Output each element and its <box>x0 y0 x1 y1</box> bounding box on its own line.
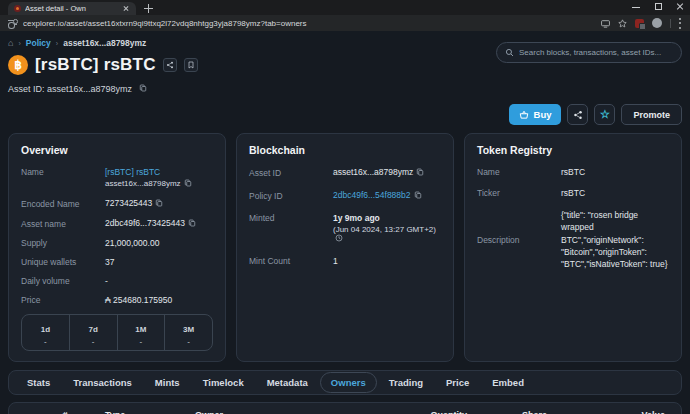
copy-icon[interactable] <box>139 84 147 94</box>
ticker-value: rsBTC <box>561 188 669 198</box>
window-close-icon[interactable] <box>676 2 684 10</box>
asset-id-text: Asset ID: asset16x...a8798ymz <box>8 84 132 94</box>
overview-card: Overview Name [rsBTC] rsBTC asset16x...a… <box>8 133 226 362</box>
favorite-star-button[interactable]: ☆ <box>594 104 615 125</box>
blockchain-card: Blockchain Asset ID asset16x...a8798ymz … <box>236 133 454 362</box>
copy-icon[interactable] <box>184 179 192 189</box>
new-tab-button[interactable] <box>144 4 153 13</box>
extension-icon[interactable] <box>635 19 644 28</box>
minted-label: Minted <box>249 213 333 223</box>
tab-stats[interactable]: Stats <box>16 372 61 393</box>
tab-title: Asset detail - Own <box>25 4 118 13</box>
site-settings-icon[interactable] <box>8 19 17 27</box>
window-minimize-icon[interactable] <box>632 2 640 10</box>
copy-icon[interactable] <box>416 168 424 178</box>
mint-count-label: Mint Count <box>249 256 333 266</box>
col-share: Share <box>467 410 547 414</box>
search-icon <box>505 48 514 57</box>
chevron-right-icon: › <box>56 40 58 47</box>
asset-name-label: Asset name <box>21 219 105 229</box>
col-value: Value <box>547 410 665 414</box>
price-periods: 1d- 7d- 1M- 3M- <box>21 314 213 351</box>
tab-price[interactable]: Price <box>435 372 480 393</box>
col-index: # <box>25 410 105 414</box>
site-favicon <box>14 5 21 12</box>
share-nodes-icon <box>166 61 174 69</box>
send-to-device-icon[interactable] <box>601 19 610 28</box>
tab-close-icon[interactable] <box>122 5 130 13</box>
name-label: Name <box>21 167 105 177</box>
copy-icon[interactable] <box>188 219 196 229</box>
description-value: {"title": "rosen bridge wrapped BTC","or… <box>561 209 669 271</box>
asset-name-link[interactable]: [rsBTC] rsBTC <box>105 167 160 177</box>
share-nodes-icon <box>573 110 583 120</box>
period-7d[interactable]: 7d- <box>69 315 117 350</box>
tab-mints[interactable]: Mints <box>144 372 191 393</box>
minted-relative: 1y 9mo ago <box>333 213 380 223</box>
search-input[interactable] <box>519 48 673 57</box>
description-label: Description <box>477 235 561 245</box>
copy-icon[interactable] <box>414 191 422 201</box>
tab-timelock[interactable]: Timelock <box>192 372 255 393</box>
price-label: Price <box>21 295 105 305</box>
divider <box>670 19 671 28</box>
buy-button-label: Buy <box>534 109 552 120</box>
tab-embed[interactable]: Embed <box>481 372 535 393</box>
registry-name-value: rsBTC <box>561 167 669 177</box>
tab-owners[interactable]: Owners <box>320 372 377 393</box>
url-text[interactable]: cexplorer.io/asset/asset16xtxrn9qi9ttxq2… <box>23 19 595 28</box>
supply-value: 21,000,000.00 <box>105 238 213 248</box>
tab-trading[interactable]: Trading <box>378 372 434 393</box>
owners-table: # Type Owner Quantity Share Value 1 SH a… <box>8 402 682 414</box>
daily-volume-label: Daily volume <box>21 276 105 286</box>
token-registry-card: Token Registry Name rsBTC Ticker rsBTC D… <box>464 133 682 362</box>
search-box[interactable] <box>496 42 682 63</box>
period-1d[interactable]: 1d- <box>22 315 69 350</box>
share-asset-button[interactable] <box>567 104 588 125</box>
profile-avatar[interactable] <box>652 18 662 28</box>
window-maximize-icon[interactable] <box>654 2 662 10</box>
page-content: ⌂ › Policy › asset16x...a8798ymz ฿ [rsBT… <box>0 31 690 414</box>
unique-wallets-value: 37 <box>105 257 213 267</box>
detail-tabs: Stats Transactions Mints Timelock Metada… <box>8 370 682 395</box>
col-owner: Owner <box>195 410 357 414</box>
card-title: Blockchain <box>249 144 441 156</box>
col-type: Type <box>105 410 195 414</box>
browser-urlbar[interactable]: cexplorer.io/asset/asset16xtxrn9qi9ttxq2… <box>0 15 690 31</box>
browser-menu-icon[interactable] <box>679 18 682 29</box>
bookmark-star-icon[interactable] <box>618 19 627 28</box>
price-value: ₳ 254680.175950 <box>105 295 213 305</box>
card-title: Token Registry <box>477 144 669 156</box>
blockchain-asset-id-label: Asset ID <box>249 168 333 178</box>
ticker-label: Ticker <box>477 188 561 198</box>
breadcrumb-asset: asset16x...a8798ymz <box>63 38 146 48</box>
page-title: [rsBTC] rsBTC <box>35 55 156 75</box>
bookmark-icon <box>187 61 195 69</box>
promote-button[interactable]: Promote <box>621 104 682 125</box>
buy-button[interactable]: Buy <box>509 104 562 125</box>
asset-name-value: 2dbc49f6...73425443 <box>105 218 185 228</box>
mint-count-value: 1 <box>333 256 441 266</box>
period-3m[interactable]: 3M- <box>164 315 212 350</box>
encoded-name-value: 7273425443 <box>105 198 152 208</box>
minted-date: (Jun 04 2024, 13:27 GMT+2) <box>333 225 436 234</box>
browser-tab[interactable]: Asset detail - Own <box>8 2 136 15</box>
policy-id-label: Policy ID <box>249 191 333 201</box>
unique-wallets-label: Unique wallets <box>21 257 105 267</box>
card-title: Overview <box>21 144 213 156</box>
copy-icon[interactable] <box>155 199 163 209</box>
tab-metadata[interactable]: Metadata <box>256 372 319 393</box>
daily-volume-value: - <box>105 276 213 286</box>
share-button[interactable] <box>163 58 177 72</box>
bookmark-button[interactable] <box>184 58 198 72</box>
basket-icon <box>519 110 529 120</box>
policy-id-link[interactable]: 2dbc49f6...54f888b2 <box>333 190 411 200</box>
bitcoin-icon: ฿ <box>8 55 28 75</box>
chevron-right-icon: › <box>18 40 20 47</box>
asset-id-short: asset16x...a8798ymz <box>105 179 181 188</box>
tab-transactions[interactable]: Transactions <box>62 372 143 393</box>
breadcrumb-policy-link[interactable]: Policy <box>26 38 51 48</box>
home-icon[interactable]: ⌂ <box>8 39 13 48</box>
col-quantity: Quantity <box>357 410 467 414</box>
period-1m[interactable]: 1M- <box>117 315 165 350</box>
